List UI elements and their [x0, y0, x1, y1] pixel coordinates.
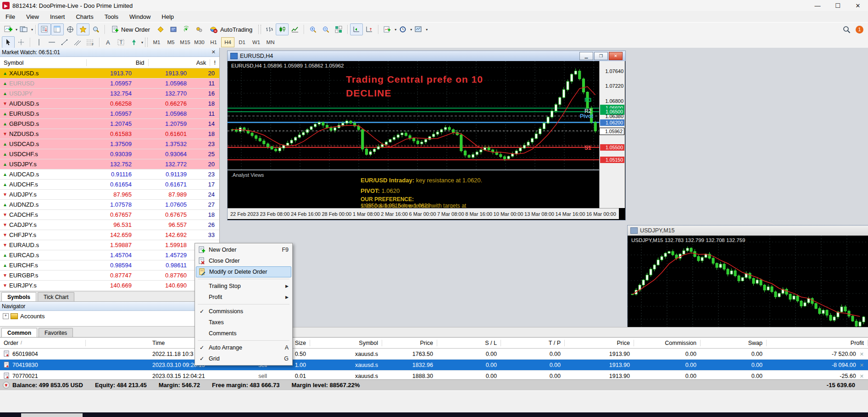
- tab-common[interactable]: Common: [1, 328, 37, 338]
- vertical-line-tool[interactable]: [33, 36, 45, 48]
- navigator-toggle[interactable]: [64, 23, 77, 35]
- timeframe-m1[interactable]: M1: [150, 37, 163, 47]
- zoom-in-button[interactable]: [306, 23, 319, 35]
- tab-favorites[interactable]: Favorites: [39, 328, 73, 338]
- profiles-button[interactable]: [17, 23, 30, 35]
- market-watch-row[interactable]: ▲USDCAD.s1.375091.3753223: [0, 139, 219, 149]
- text-label-tool[interactable]: T: [115, 36, 128, 48]
- menu-help[interactable]: Help: [156, 12, 179, 22]
- terminal-toggle[interactable]: [77, 23, 89, 35]
- context-menu-item-taxes[interactable]: Taxes: [195, 317, 292, 328]
- market-watch-row[interactable]: ▲XAUUSD.s1913.701913.9020: [0, 68, 219, 79]
- orders-col-profit[interactable]: Profit: [767, 340, 868, 346]
- menu-insert[interactable]: Insert: [45, 12, 71, 22]
- context-menu-item-comments[interactable]: Comments: [195, 328, 292, 339]
- context-menu-item-new-order[interactable]: New OrderF9: [195, 244, 292, 255]
- market-watch-row[interactable]: ▼EURGBP.s0.877470.87760: [0, 270, 219, 281]
- close-position-icon[interactable]: ✕: [860, 362, 864, 368]
- profiles-button-dropdown[interactable]: ▾: [31, 28, 33, 32]
- orders-col-tp[interactable]: T / P: [501, 340, 565, 346]
- tab-tick-chart[interactable]: Tick Chart: [38, 292, 74, 302]
- context-menu-item-modify-or-delete-order[interactable]: Modify or Delete Order: [196, 266, 291, 277]
- orders-col-price[interactable]: Price: [565, 340, 634, 346]
- mql5-community-button[interactable]: [167, 23, 180, 35]
- timeframe-mn[interactable]: MN: [264, 37, 277, 47]
- order-row[interactable]: 704198302023.03.10 09:20:15sell1.00xauus…: [0, 360, 868, 371]
- timeframe-m30[interactable]: M30: [193, 37, 206, 47]
- eurusd-price-axis[interactable]: 1.076401.072201.068001.066001.065001.063…: [599, 61, 625, 208]
- market-watch-row[interactable]: ▲AUDCAD.s0.911160.9113923: [0, 169, 219, 180]
- chart-minimize-button[interactable]: ▁: [579, 52, 593, 60]
- market-watch-row[interactable]: ▲EURUSD.s1.059571.0596811: [0, 109, 219, 119]
- orders-col-price[interactable]: Price: [382, 340, 437, 346]
- market-watch-row[interactable]: ▼CHFJPY.s142.659142.69233: [0, 230, 219, 240]
- usdjpy-title-bar[interactable]: USDJPY,M15: [628, 225, 868, 236]
- tile-windows-button[interactable]: [332, 23, 345, 35]
- zoom-out-button[interactable]: [319, 23, 332, 35]
- order-row[interactable]: 650198042022.11.18 10:30.50xauusd.s1763.…: [0, 349, 868, 360]
- fibonacci-tool[interactable]: F: [84, 36, 97, 48]
- minimize-button[interactable]: —: [807, 0, 828, 11]
- new-chart-button[interactable]: [2, 23, 15, 35]
- col-symbol[interactable]: Symbol: [0, 59, 87, 66]
- market-watch-row[interactable]: ▼EURJPY.s140.669140.690: [0, 281, 219, 291]
- search-icon[interactable]: [840, 23, 853, 35]
- timeframe-d1[interactable]: D1: [235, 37, 249, 47]
- col-ask[interactable]: Ask: [149, 59, 211, 66]
- orders-col-commission[interactable]: Commission: [634, 340, 701, 346]
- eurusd-chart-area[interactable]: EURUSD,H4 1.05896 1.05989 1.05862 1.0596…: [228, 61, 624, 219]
- market-watch-row[interactable]: ▲EURCAD.s1.457041.45729: [0, 250, 219, 260]
- new-order-button[interactable]: New Order: [107, 23, 154, 35]
- trendline-tool[interactable]: [58, 36, 71, 48]
- timeframe-h1[interactable]: H1: [207, 37, 220, 47]
- close-position-icon[interactable]: ✕: [860, 351, 864, 357]
- market-watch-row[interactable]: ▲EURCHF.s0.985940.98611: [0, 260, 219, 270]
- context-menu-item-auto-arrange[interactable]: ✓Auto ArrangeA: [195, 342, 292, 353]
- context-menu-item-profit[interactable]: Profit▶: [195, 292, 292, 303]
- orders-col-symbol[interactable]: Symbol: [310, 340, 382, 346]
- col-spread[interactable]: !: [210, 59, 219, 66]
- templates-button-dropdown[interactable]: ▾: [426, 28, 428, 32]
- chart-restore-button[interactable]: ❐: [594, 52, 608, 60]
- menu-charts[interactable]: Charts: [70, 12, 99, 22]
- menu-file[interactable]: File: [0, 12, 21, 22]
- close-button[interactable]: ✕: [848, 0, 868, 11]
- tree-expander-icon[interactable]: +: [3, 313, 9, 319]
- channel-tool[interactable]: [71, 36, 84, 48]
- market-watch-toggle[interactable]: [38, 23, 51, 35]
- market-watch-row[interactable]: ▲GBPUSD.s1.207451.2075914: [0, 119, 219, 129]
- market-watch-row[interactable]: ▲USDCHF.s0.930390.9306425: [0, 149, 219, 159]
- bar-chart-button[interactable]: [263, 23, 276, 35]
- tab-symbols[interactable]: Symbols: [1, 292, 36, 302]
- options-button[interactable]: [193, 23, 206, 35]
- signals-button[interactable]: [180, 23, 193, 35]
- timeframe-m15[interactable]: M15: [178, 37, 192, 47]
- col-bid[interactable]: Bid: [87, 59, 149, 66]
- chart-window-title-bar[interactable]: EURUSD,H4 ▁ ❐ ✕: [228, 51, 625, 61]
- market-watch-row[interactable]: ▼CADJPY.s96.53196.55726: [0, 220, 219, 230]
- orders-col-order[interactable]: Order /: [0, 340, 86, 346]
- close-position-icon[interactable]: ✕: [860, 373, 864, 379]
- indicators-button[interactable]: [381, 23, 394, 35]
- market-watch-row[interactable]: ▲AUDNZD.s1.075781.0760527: [0, 200, 219, 210]
- market-watch-row[interactable]: ▼AUDJPY.s87.96587.98924: [0, 190, 219, 200]
- templates-button[interactable]: [412, 23, 425, 35]
- orders-col-time[interactable]: Time: [86, 340, 207, 346]
- timeframe-w1[interactable]: W1: [250, 37, 263, 47]
- timeframe-h4[interactable]: H4: [221, 37, 234, 47]
- market-watch-row[interactable]: ▲USDJPY.s132.752132.77220: [0, 159, 219, 169]
- taskbar-item[interactable]: [21, 413, 83, 417]
- market-watch-row[interactable]: ▼EURAUD.s1.598871.5991831: [0, 240, 219, 250]
- autotrading-button[interactable]: AutoTrading: [206, 23, 256, 35]
- eurusd-time-axis[interactable]: 22 Feb 202323 Feb 08:0024 Feb 16:0028 Fe…: [228, 208, 619, 219]
- usdjpy-chart-area[interactable]: USDJPY,M15 132.783 132.799 132.708 132.7…: [628, 236, 867, 336]
- menu-window[interactable]: Window: [124, 12, 156, 22]
- auto-scroll-toggle[interactable]: [350, 23, 363, 35]
- cursor-tool[interactable]: [2, 36, 15, 48]
- chart-close-button[interactable]: ✕: [609, 52, 623, 60]
- context-menu-item-commissions[interactable]: ✓Commissions: [195, 306, 292, 317]
- alerts-badge[interactable]: 1: [856, 26, 863, 34]
- market-watch-row[interactable]: ▲EURUSD1.059571.0596811: [0, 79, 219, 89]
- menu-view[interactable]: View: [21, 12, 45, 22]
- context-menu-item-grid[interactable]: ✓GridG: [195, 353, 292, 364]
